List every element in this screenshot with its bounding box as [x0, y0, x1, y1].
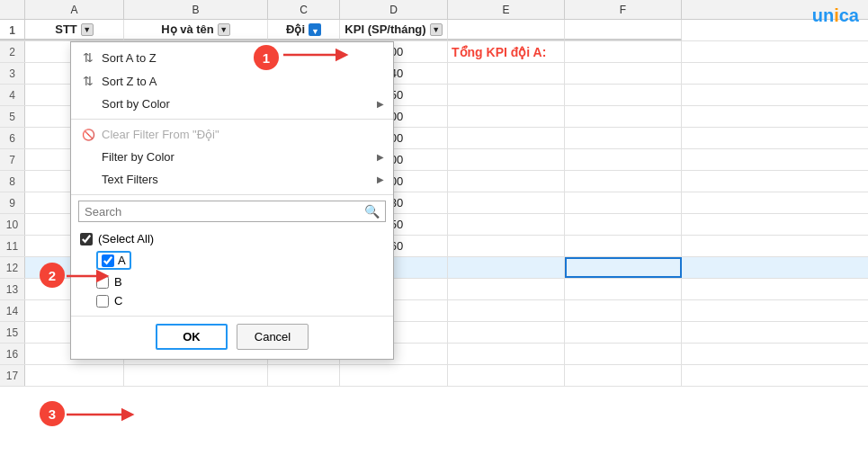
filter-by-color-label: Filter by Color	[102, 150, 174, 164]
sort-za-icon: ⇅	[80, 74, 96, 88]
search-icon: 🔍	[364, 204, 380, 219]
sort-az-label: Sort A to Z	[102, 51, 157, 65]
filter-kpi[interactable]: ▼	[430, 23, 443, 36]
header-doi: Đội ▼	[268, 20, 340, 40]
badge-2: 2	[40, 263, 65, 288]
select-all-label: (Select All)	[98, 232, 154, 245]
item-a-checkbox[interactable]	[102, 254, 114, 267]
text-filters-submenu-arrow: ▶	[377, 174, 384, 184]
filter-ho-va-ten[interactable]: ▼	[218, 23, 230, 36]
select-all-checkbox[interactable]	[80, 233, 93, 245]
badge-3: 3	[40, 401, 65, 426]
item-b-row[interactable]: B	[78, 272, 386, 291]
spreadsheet: unica A B C D E F 1 STT ▼ Họ và tên ▼	[0, 0, 868, 473]
filter-stt[interactable]: ▼	[81, 23, 94, 36]
header-kpi: KPI (SP/tháng) ▼	[340, 20, 448, 40]
tong-kpi-label: Tổng KPI đội A:	[448, 41, 565, 62]
header-ho-va-ten: Họ và tên ▼	[124, 20, 268, 40]
text-filters-label: Text Filters	[102, 173, 158, 186]
col-header-b: B	[124, 0, 268, 19]
sort-by-color-item[interactable]: Sort by Color ▶	[71, 93, 393, 115]
button-row: OK Cancel	[71, 316, 393, 355]
ok-button[interactable]: OK	[156, 324, 228, 350]
item-c-row[interactable]: C	[78, 291, 386, 310]
corner-header	[0, 0, 25, 19]
selected-cell[interactable]	[565, 257, 682, 278]
menu-separator-2	[71, 194, 393, 195]
menu-separator-1	[71, 119, 393, 120]
header-f	[565, 20, 682, 40]
clear-filter-icon: 🚫	[80, 129, 96, 141]
item-b-label: B	[114, 275, 122, 289]
table-header-row: 1 STT ▼ Họ và tên ▼ Đội ▼	[0, 20, 868, 41]
logo-ca: ca	[839, 5, 859, 25]
item-a-label: A	[118, 254, 126, 267]
col-header-f: F	[565, 0, 682, 19]
header-e	[448, 20, 565, 40]
badge-1: 1	[254, 45, 279, 70]
col-header-d: D	[340, 0, 448, 19]
col-header-a: A	[25, 0, 124, 19]
col-header-e: E	[448, 0, 565, 19]
sort-za-label: Sort Z to A	[102, 75, 157, 88]
filter-by-color-item[interactable]: Filter by Color ▶	[71, 146, 393, 168]
item-c-label: C	[114, 294, 122, 308]
filter-color-submenu-arrow: ▶	[377, 152, 384, 162]
submenu-arrow: ▶	[377, 99, 384, 109]
item-a-row[interactable]: A	[78, 248, 386, 272]
cancel-button[interactable]: Cancel	[237, 324, 309, 350]
checkbox-list: (Select All) A B C	[71, 228, 393, 312]
logo-un: un	[812, 5, 834, 25]
search-box[interactable]: 🔍	[78, 201, 386, 222]
header-stt: STT ▼	[25, 20, 124, 40]
sort-az-icon: ⇅	[80, 50, 96, 65]
col-header-c: C	[268, 0, 340, 19]
sort-by-color-label: Sort by Color	[102, 97, 170, 111]
unica-logo: unica	[812, 5, 859, 26]
filter-dropdown: ⇅ Sort A to Z ⇅ Sort Z to A Sort by Colo…	[70, 41, 394, 360]
row-num-1: 1	[0, 20, 25, 40]
clear-filter-item: 🚫 Clear Filter From "Đội"	[71, 123, 393, 146]
sort-z-to-a-item[interactable]: ⇅ Sort Z to A	[71, 69, 393, 93]
select-all-item[interactable]: (Select All)	[78, 229, 386, 248]
clear-filter-label: Clear Filter From "Đội"	[102, 128, 219, 141]
text-filters-item[interactable]: Text Filters ▶	[71, 168, 393, 191]
sort-a-to-z-item[interactable]: ⇅ Sort A to Z	[71, 46, 393, 69]
table-row: 17	[0, 365, 868, 387]
item-c-checkbox[interactable]	[96, 295, 109, 308]
item-b-checkbox[interactable]	[96, 276, 109, 289]
column-headers: A B C D E F	[0, 0, 868, 20]
search-input[interactable]	[85, 205, 361, 219]
filter-doi[interactable]: ▼	[309, 23, 321, 36]
item-a-box: A	[96, 251, 131, 270]
